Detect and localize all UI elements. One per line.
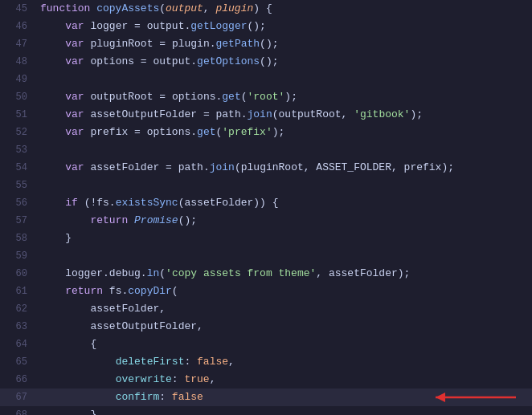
code-line-57: 57 return Promise();	[0, 212, 532, 230]
line-num-50: 50	[0, 88, 37, 106]
line-content-64: {	[37, 336, 532, 353]
code-line-49: 49	[0, 71, 532, 88]
line-content-59	[37, 247, 532, 265]
svg-marker-1	[436, 393, 445, 402]
line-num-49: 49	[0, 71, 37, 88]
line-content-50: var outputRoot = options.get('root');	[37, 88, 532, 106]
line-content-68: }	[37, 406, 532, 415]
line-num-56: 56	[0, 194, 37, 212]
code-line-48: 48 var options = output.getOptions();	[0, 53, 532, 71]
annotation-arrow	[428, 386, 524, 409]
line-content-62: assetFolder,	[37, 300, 532, 318]
line-content-63: assetOutputFolder,	[37, 318, 532, 336]
line-num-45: 45	[0, 0, 37, 18]
line-num-48: 48	[0, 53, 37, 71]
code-line-68: 68 }	[0, 406, 532, 415]
code-line-62: 62 assetFolder,	[0, 300, 532, 318]
line-num-67: 67	[0, 389, 37, 406]
line-num-47: 47	[0, 35, 37, 53]
line-num-58: 58	[0, 230, 37, 247]
line-num-59: 59	[0, 247, 37, 265]
code-line-45: 45 function copyAssets(output, plugin) {	[0, 0, 532, 18]
line-num-51: 51	[0, 106, 37, 124]
line-content-48: var options = output.getOptions();	[37, 53, 532, 71]
line-num-63: 63	[0, 318, 37, 336]
code-line-51: 51 var assetOutputFolder = path.join(out…	[0, 106, 532, 124]
code-line-50: 50 var outputRoot = options.get('root');	[0, 88, 532, 106]
line-content-45: function copyAssets(output, plugin) {	[37, 0, 532, 18]
line-num-46: 46	[0, 18, 37, 35]
line-content-65: deleteFirst: false,	[37, 353, 532, 371]
line-num-60: 60	[0, 265, 37, 283]
code-line-58: 58 }	[0, 230, 532, 247]
line-num-64: 64	[0, 336, 37, 353]
line-num-55: 55	[0, 177, 37, 194]
line-num-54: 54	[0, 159, 37, 177]
code-line-56: 56 if (!fs.existsSync(assetFolder)) {	[0, 194, 532, 212]
code-line-53: 53	[0, 141, 532, 159]
line-content-61: return fs.copyDir(	[37, 283, 532, 300]
line-num-57: 57	[0, 212, 37, 230]
line-content-56: if (!fs.existsSync(assetFolder)) {	[37, 194, 532, 212]
line-num-61: 61	[0, 283, 37, 300]
line-content-51: var assetOutputFolder = path.join(output…	[37, 106, 532, 124]
line-content-49	[37, 71, 532, 88]
code-line-67: 67 confirm: false	[0, 389, 532, 406]
code-line-65: 65 deleteFirst: false,	[0, 353, 532, 371]
line-num-65: 65	[0, 353, 37, 371]
line-content-57: return Promise();	[37, 212, 532, 230]
line-num-62: 62	[0, 300, 37, 318]
code-line-61: 61 return fs.copyDir(	[0, 283, 532, 300]
code-line-46: 46 var logger = output.getLogger();	[0, 18, 532, 35]
code-line-54: 54 var assetFolder = path.join(pluginRoo…	[0, 159, 532, 177]
code-line-47: 47 var pluginRoot = plugin.getPath();	[0, 35, 532, 53]
code-editor: 45 function copyAssets(output, plugin) {…	[0, 0, 532, 415]
line-num-68: 68	[0, 406, 37, 415]
line-content-52: var prefix = options.get('prefix');	[37, 124, 532, 141]
code-line-55: 55	[0, 177, 532, 194]
line-num-52: 52	[0, 124, 37, 141]
line-num-53: 53	[0, 141, 37, 159]
line-content-46: var logger = output.getLogger();	[37, 18, 532, 35]
code-line-60: 60 logger.debug.ln('copy assets from the…	[0, 265, 532, 283]
line-num-66: 66	[0, 371, 37, 389]
line-content-60: logger.debug.ln('copy assets from theme'…	[37, 265, 532, 283]
line-content-58: }	[37, 230, 532, 247]
code-line-63: 63 assetOutputFolder,	[0, 318, 532, 336]
code-line-64: 64 {	[0, 336, 532, 353]
line-content-54: var assetFolder = path.join(pluginRoot, …	[37, 159, 532, 177]
line-content-55	[37, 177, 532, 194]
code-line-59: 59	[0, 247, 532, 265]
line-content-53	[37, 141, 532, 159]
line-content-47: var pluginRoot = plugin.getPath();	[37, 35, 532, 53]
code-line-52: 52 var prefix = options.get('prefix');	[0, 124, 532, 141]
